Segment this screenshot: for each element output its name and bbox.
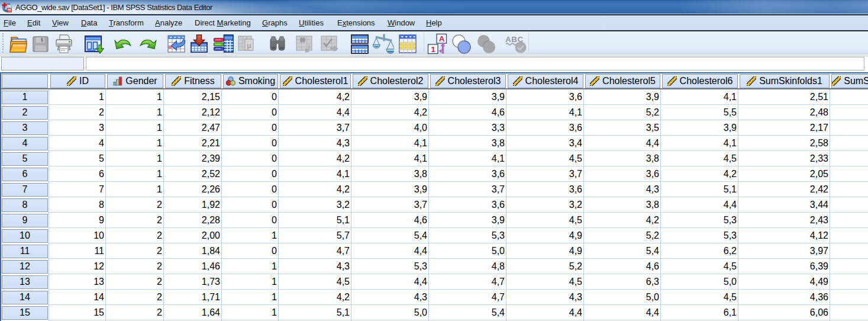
svg-text:A: A — [439, 34, 445, 43]
svg-text:1: 1 — [431, 45, 435, 54]
svg-text:μ: μ — [247, 40, 251, 50]
